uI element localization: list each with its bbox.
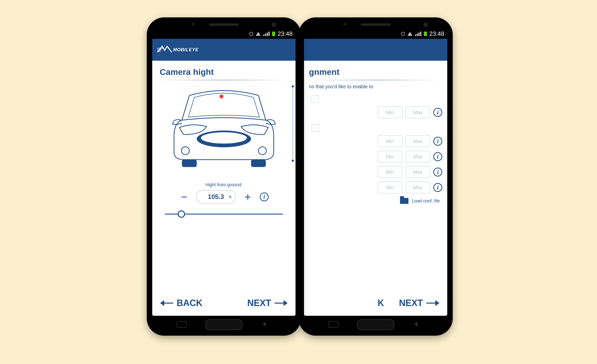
camera-position-marker [220,95,223,98]
android-back-button[interactable] [413,321,423,328]
signal-icon [263,32,270,36]
load-conf-button[interactable]: Load conf. file [304,193,447,204]
min-input-1[interactable]: Min [378,106,402,118]
min-input-5[interactable]: Min [378,182,402,193]
status-bar: 23:48 [152,29,296,39]
battery-icon [272,32,275,36]
info-icon[interactable]: i [433,183,442,192]
height-value-input[interactable]: 105.3 ✎ [196,190,236,204]
app-header [304,39,447,61]
info-icon[interactable]: i [260,192,269,201]
min-input-4[interactable]: Min [378,166,402,178]
page-instruction: ns that you'd like to enable to [304,83,447,93]
battery-icon [424,32,427,36]
max-input-2[interactable]: Max [405,135,430,147]
option-checkbox-1[interactable] [311,95,319,103]
next-button[interactable]: NEXT [399,298,439,308]
info-icon[interactable]: i [433,168,442,177]
max-input-4[interactable]: Max [405,166,430,178]
range-row-3: Min Max i [311,151,442,163]
next-label: NEXT [247,298,271,308]
app-header: MOBILEYE [152,39,296,61]
back-button-partial[interactable]: K [376,298,384,308]
info-icon[interactable]: i [433,152,442,161]
arrow-right-icon [426,303,439,304]
back-label: BACK [177,298,202,308]
home-button[interactable] [205,319,243,330]
arrow-left-icon [161,303,173,304]
range-row-4: Min Max i [311,166,442,178]
edit-icon: ✎ [229,194,232,199]
app-screen-camera-height: 23:48 MOBILEYE Camera hight [152,29,296,316]
range-row-5: Min Max i [311,182,442,193]
next-button[interactable]: NEXT [247,298,287,308]
height-value: 105.3 [208,193,224,200]
info-icon[interactable]: i [433,108,442,117]
back-button[interactable]: BACK [161,298,202,308]
page-title: Camera hight [152,61,296,80]
range-row-1: Min Max i [311,106,442,118]
wifi-icon [407,32,412,36]
option-checkbox-2[interactable] [311,124,319,132]
min-input-2[interactable]: Min [378,135,402,147]
status-clock: 23:48 [429,30,444,37]
status-bar: 23:48 [304,29,447,39]
load-conf-label: Load conf. file [412,198,440,204]
arrow-right-icon [275,303,287,304]
svg-rect-5 [251,160,266,167]
height-from-ground-label: Hight from ground: [160,182,288,187]
max-input-5[interactable]: Max [405,182,430,193]
car-front-illustration [160,85,288,170]
page-title: gnment [304,61,447,80]
mobileye-logo-icon [157,45,172,55]
brand-name: MOBILEYE [173,47,199,52]
min-input-3[interactable]: Min [378,151,402,163]
app-screen-assignment: 23:48 gnment ns that you'd like to enabl… [304,29,447,316]
alarm-icon [401,32,405,36]
svg-point-3 [258,147,266,155]
svg-point-2 [181,147,189,155]
recent-apps-button[interactable] [328,321,338,328]
height-slider[interactable] [165,214,283,215]
recent-apps-button[interactable] [177,321,187,328]
android-back-button[interactable] [261,321,271,328]
slider-thumb[interactable] [178,210,185,218]
home-button[interactable] [357,319,394,330]
max-input-1[interactable]: Max [405,106,430,118]
signal-icon [415,32,421,36]
svg-rect-4 [182,160,197,167]
alarm-icon [249,32,253,36]
wifi-icon [256,32,261,36]
next-label: NEXT [399,298,423,308]
folder-icon [400,198,408,204]
car-diagram [152,83,296,180]
status-clock: 23:48 [278,30,293,37]
range-row-2: Min Max i [311,135,442,147]
phone-left: 23:48 MOBILEYE Camera hight [147,17,301,336]
decrease-button[interactable]: − [179,191,189,202]
svg-point-1 [201,132,247,144]
phone-right: 23:48 gnment ns that you'd like to enabl… [298,17,453,336]
max-input-3[interactable]: Max [405,151,430,163]
info-icon[interactable]: i [433,137,442,146]
increase-button[interactable]: + [243,191,253,202]
height-dimension-arrow [293,86,293,161]
